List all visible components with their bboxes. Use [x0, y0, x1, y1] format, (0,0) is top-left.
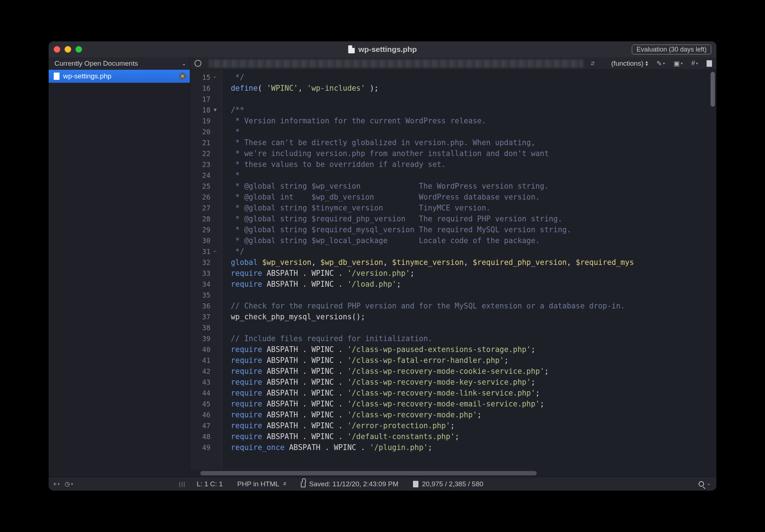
statusbar-left: + ▾ ◷ ▾ |||: [49, 480, 190, 488]
toolbar-right: ⇵ (functions) ▴▾ ✎▾ ▣▾ #▾: [190, 60, 716, 67]
lock-icon[interactable]: [301, 482, 306, 487]
sidebar-header-label: Currently Open Documents: [54, 60, 138, 67]
search-icon: [699, 481, 704, 487]
horizontal-scrollbar[interactable]: [200, 470, 710, 477]
chevron-down-icon: ⌄: [182, 61, 186, 66]
file-path-breadcrumb[interactable]: [209, 60, 583, 67]
hash-icon[interactable]: #▾: [691, 60, 698, 67]
search-status[interactable]: -: [699, 480, 710, 488]
title-text: wp-settings.php: [359, 45, 417, 54]
window-controls: [54, 46, 82, 53]
cursor-position[interactable]: L: 1 C: 1: [197, 480, 223, 488]
close-icon[interactable]: [54, 46, 60, 53]
document-stats[interactable]: 20,975 / 2,385 / 580: [413, 480, 483, 488]
saved-label: Saved: 11/12/20, 2:43:09 PM: [309, 480, 398, 488]
editor-window: wp-settings.php Evaluation (30 days left…: [49, 41, 716, 491]
file-icon: [348, 45, 355, 53]
columns-icon[interactable]: |||: [179, 481, 186, 487]
file-icon: [54, 73, 60, 80]
history-icon[interactable]: ◷ ▾: [65, 480, 73, 488]
path-dropdown-icon[interactable]: ⇵: [590, 60, 595, 67]
save-status: Saved: 11/12/20, 2:43:09 PM: [301, 480, 398, 488]
sidebar: wp-settings.php ✕: [49, 70, 190, 477]
close-document-icon[interactable]: ✕: [179, 73, 186, 80]
statusbar-right: L: 1 C: 1 PHP in HTML ⇵ Saved: 11/12/20,…: [190, 480, 716, 488]
statusbar: + ▾ ◷ ▾ ||| L: 1 C: 1 PHP in HTML ⇵ Save…: [49, 477, 716, 491]
pencil-icon[interactable]: ✎▾: [656, 60, 665, 67]
code-area[interactable]: */define( 'WPINC', 'wp-includes' ); /** …: [222, 70, 716, 470]
functions-dropdown[interactable]: (functions) ▴▾: [611, 60, 648, 67]
gear-icon[interactable]: [195, 60, 201, 67]
window-title: wp-settings.php: [348, 45, 417, 54]
language-selector[interactable]: PHP in HTML ⇵: [237, 480, 286, 488]
toolbar: Currently Open Documents ⌄ ⇵ (functions)…: [49, 57, 716, 70]
file-icon: [413, 481, 418, 487]
vertical-scrollbar[interactable]: [711, 72, 715, 107]
add-icon[interactable]: + ▾: [53, 480, 60, 488]
editor: 15⌐16 17 18▼19 20 21 22 23 24 25 26 27 2…: [190, 70, 716, 477]
sidebar-header[interactable]: Currently Open Documents ⌄: [49, 57, 190, 69]
minimize-icon[interactable]: [65, 46, 71, 53]
functions-label: (functions): [611, 60, 643, 67]
evaluation-badge[interactable]: Evaluation (30 days left): [632, 45, 711, 54]
open-document-label: wp-settings.php: [63, 72, 111, 80]
counts-label: 20,975 / 2,385 / 580: [422, 480, 483, 488]
titlebar: wp-settings.php Evaluation (30 days left…: [49, 41, 716, 57]
panels-icon[interactable]: ▣▾: [674, 60, 683, 67]
body: wp-settings.php ✕ 15⌐16 17 18▼19 20 21 2…: [49, 70, 716, 477]
line-number-gutter[interactable]: 15⌐16 17 18▼19 20 21 22 23 24 25 26 27 2…: [190, 70, 222, 470]
language-label: PHP in HTML: [237, 480, 279, 488]
search-label: -: [708, 480, 710, 488]
scrollbar-thumb[interactable]: [200, 471, 537, 475]
open-document-item[interactable]: wp-settings.php ✕: [49, 70, 190, 83]
new-file-icon[interactable]: [707, 60, 712, 67]
zoom-icon[interactable]: [75, 46, 82, 53]
